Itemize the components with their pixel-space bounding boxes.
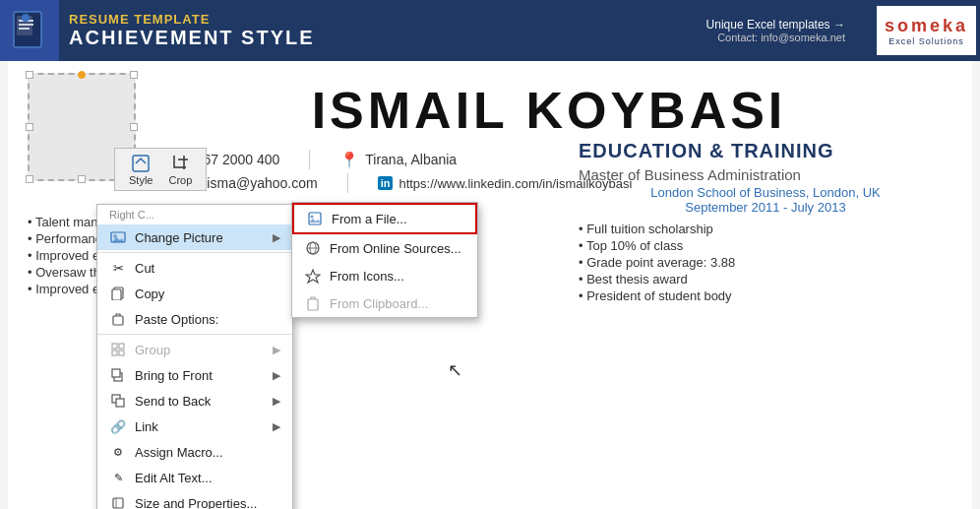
link-arrow-icon: ▶ [273, 420, 280, 433]
bullet-5: President of student body [579, 287, 952, 304]
degree-text: Master of Business Administration [579, 166, 952, 183]
change-picture-menu-item[interactable]: Change Picture ▶ [97, 224, 292, 250]
someka-brand: someka [885, 16, 968, 36]
cut-menu-item[interactable]: ✂ Cut [97, 255, 292, 281]
header-right: Unique Excel templates → Contact: info@s… [706, 6, 980, 55]
from-icons-submenu-item[interactable]: From Icons... [292, 262, 477, 289]
edit-alt-label: Edit Alt Text... [135, 471, 213, 485]
edu-bullets: Full tuition scholarship Top 10% of clas… [579, 221, 952, 304]
link-label: Link [135, 419, 158, 434]
svg-rect-15 [119, 350, 124, 355]
svg-rect-12 [112, 344, 117, 349]
style-button[interactable]: Style [121, 151, 160, 188]
size-properties-menu-item[interactable]: Size and Properties... [97, 490, 292, 509]
change-picture-arrow-icon: ▶ [273, 231, 280, 244]
header-contact: Contact: info@someka.net [717, 32, 861, 43]
resize-handle-mr[interactable] [130, 123, 138, 131]
edit-alt-icon: ✎ [109, 469, 127, 486]
contact-divider-2 [347, 173, 348, 193]
svg-rect-14 [112, 350, 117, 355]
header-title: ACHIEVEMENT STYLE [69, 27, 706, 49]
resize-handle-bc[interactable] [78, 175, 86, 183]
assign-macro-label: Assign Macro... [135, 445, 223, 460]
send-to-back-label: Send to Back [135, 394, 211, 409]
crop-label: Crop [168, 174, 192, 186]
linkedin-icon: in [378, 176, 394, 190]
copy-icon [109, 285, 127, 302]
link-menu-item[interactable]: 🔗 Link ▶ [97, 414, 292, 439]
send-to-back-arrow-icon: ▶ [273, 395, 280, 408]
change-picture-submenu: From a File... From Online Sources... Fr… [291, 202, 478, 318]
period-text: September 2011 - July 2013 [579, 200, 952, 215]
header-link[interactable]: Unique Excel templates → [706, 18, 861, 32]
from-file-label: From a File... [332, 212, 407, 226]
from-clipboard-icon [304, 294, 322, 312]
context-menu: Right C... Change Picture ▶ ✂ Cut Copy [96, 204, 293, 509]
header: RESUME TEMPLATE ACHIEVEMENT STYLE Unique… [0, 0, 980, 61]
group-icon [109, 341, 127, 358]
from-clipboard-submenu-item[interactable]: From Clipboard... [292, 289, 477, 317]
style-icon [130, 153, 152, 174]
someka-sub: Excel Solutions [888, 36, 964, 46]
from-online-icon [304, 239, 322, 257]
bullet-3: Grade point average: 3.88 [579, 254, 952, 271]
cursor-indicator: ↖ [448, 359, 462, 381]
right-click-label: Right C... [97, 205, 292, 224]
resize-handle-ml[interactable] [26, 123, 33, 131]
svg-marker-27 [306, 270, 320, 283]
style-crop-toolbar: Style Crop [114, 148, 207, 191]
edit-alt-menu-item[interactable]: ✎ Edit Alt Text... [97, 465, 292, 490]
copy-label: Copy [135, 286, 164, 301]
bring-to-front-menu-item[interactable]: Bring to Front ▶ [97, 362, 292, 388]
school-text: London School of Business, London, UK [579, 185, 952, 200]
main-area: Style Crop ISMAIL KOYBASI 📞 +355 67 2000… [0, 61, 980, 509]
cut-icon: ✂ [109, 259, 127, 277]
paste-options-label: Paste Options: [135, 312, 218, 327]
someka-logo[interactable]: someka Excel Solutions [877, 6, 976, 55]
location-icon: 📍 [339, 151, 359, 169]
section-title: EDUCATION & TRAINING [579, 140, 952, 162]
resize-handle-tl[interactable] [26, 71, 33, 79]
from-file-icon [306, 210, 324, 227]
resume-logo-icon [12, 11, 47, 50]
svg-point-23 [311, 216, 314, 219]
resize-handle-tc[interactable] [78, 71, 86, 79]
svg-rect-19 [116, 399, 124, 407]
svg-rect-20 [113, 498, 123, 508]
send-to-back-menu-item[interactable]: Send to Back ▶ [97, 388, 292, 414]
header-subtitle: RESUME TEMPLATE [69, 12, 706, 27]
svg-rect-22 [309, 213, 321, 224]
change-picture-label: Change Picture [135, 230, 223, 245]
group-menu-item[interactable]: Group ▶ [97, 337, 292, 362]
education-section: EDUCATION & TRAINING Master of Business … [579, 140, 952, 304]
paste-options-menu-item[interactable]: Paste Options: [97, 306, 292, 332]
copy-menu-item[interactable]: Copy [97, 281, 292, 306]
resize-handle-tr[interactable] [130, 71, 138, 79]
size-properties-icon [109, 494, 127, 509]
from-icons-label: From Icons... [330, 269, 404, 284]
from-file-submenu-item[interactable]: From a File... [292, 203, 477, 234]
header-logo [0, 0, 59, 61]
cut-label: Cut [135, 261, 154, 276]
resume-name: ISMAIL KOYBASI [28, 71, 952, 140]
right-click-text: Right C... [109, 209, 154, 221]
bring-to-front-label: Bring to Front [135, 368, 213, 383]
resize-handle-bl[interactable] [26, 175, 33, 183]
link-icon: 🔗 [109, 417, 127, 435]
from-clipboard-label: From Clipboard... [330, 296, 428, 311]
group-arrow-icon: ▶ [273, 344, 280, 356]
contact-divider-1 [309, 150, 310, 169]
svg-rect-17 [112, 369, 120, 377]
crop-icon [169, 153, 191, 174]
assign-macro-menu-item[interactable]: ⚙ Assign Macro... [97, 439, 292, 465]
size-properties-label: Size and Properties... [135, 496, 257, 510]
from-online-submenu-item[interactable]: From Online Sources... [292, 234, 477, 262]
location-text: Tirana, Albania [365, 152, 457, 167]
crop-button[interactable]: Crop [160, 151, 200, 188]
bring-to-front-icon [109, 366, 127, 384]
group-label: Group [135, 343, 170, 357]
from-icons-icon [304, 267, 322, 285]
bring-to-front-arrow-icon: ▶ [273, 369, 280, 382]
bullet-1: Full tuition scholarship [579, 221, 952, 237]
header-titles: RESUME TEMPLATE ACHIEVEMENT STYLE [59, 12, 706, 49]
